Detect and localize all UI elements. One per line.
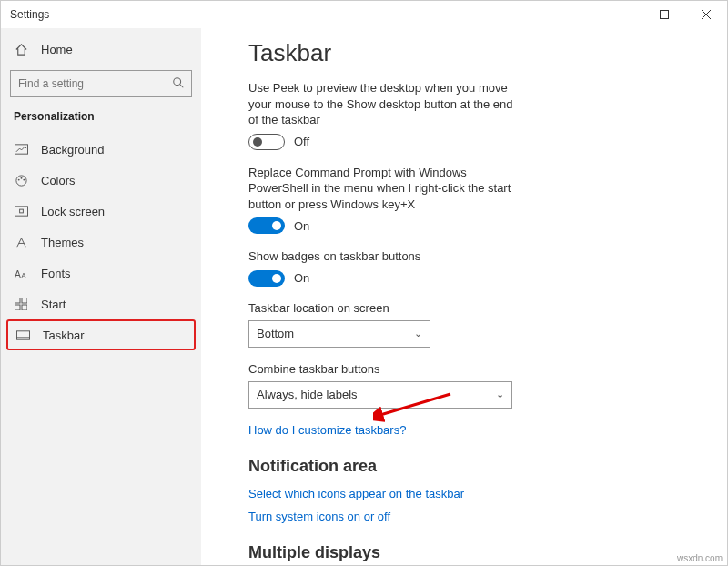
svg-rect-6 xyxy=(15,145,27,154)
sidebar-item-themes[interactable]: Themes xyxy=(1,227,201,258)
peek-description: Use Peek to preview the desktop when you… xyxy=(248,80,521,128)
chevron-down-icon: ⌄ xyxy=(496,389,504,400)
sidebar-item-colors[interactable]: Colors xyxy=(1,165,201,196)
combine-label: Combine taskbar buttons xyxy=(248,362,703,376)
maximize-button[interactable] xyxy=(643,1,685,28)
badges-state: On xyxy=(294,271,309,285)
badges-toggle[interactable] xyxy=(248,270,285,287)
sidebar-item-label: Fonts xyxy=(41,267,71,280)
svg-rect-15 xyxy=(15,298,20,303)
svg-rect-0 xyxy=(618,15,627,15)
svg-text:A: A xyxy=(21,271,25,279)
sidebar: Home Personalization Background Colors L… xyxy=(1,28,201,565)
svg-rect-17 xyxy=(15,305,20,310)
svg-rect-1 xyxy=(661,11,669,19)
svg-point-7 xyxy=(15,175,25,185)
powershell-description: Replace Command Prompt with Windows Powe… xyxy=(248,165,521,213)
taskbar-icon xyxy=(15,330,30,340)
combine-value: Always, hide labels xyxy=(257,388,358,401)
search-input[interactable] xyxy=(10,70,192,97)
location-label: Taskbar location on screen xyxy=(248,301,703,315)
location-value: Bottom xyxy=(257,327,294,340)
badges-description: Show badges on taskbar buttons xyxy=(248,248,521,265)
background-icon xyxy=(14,144,28,155)
svg-rect-11 xyxy=(15,207,27,216)
powershell-state: On xyxy=(294,219,309,233)
help-link[interactable]: How do I customize taskbars? xyxy=(248,423,703,437)
sidebar-item-label: Lock screen xyxy=(41,205,105,218)
svg-text:A: A xyxy=(15,269,21,279)
sidebar-item-label: Taskbar xyxy=(43,328,85,342)
peek-state: Off xyxy=(294,135,309,148)
svg-rect-16 xyxy=(22,298,27,303)
sidebar-item-label: Colors xyxy=(41,174,76,187)
home-label: Home xyxy=(41,43,73,56)
svg-point-10 xyxy=(23,178,25,180)
category-title: Personalization xyxy=(1,110,201,134)
sidebar-item-fonts[interactable]: AA Fonts xyxy=(1,258,201,288)
lockscreen-icon xyxy=(14,206,28,217)
titlebar: Settings xyxy=(1,1,727,28)
sidebar-item-label: Start xyxy=(41,298,66,311)
watermark: wsxdn.com xyxy=(677,553,723,563)
chevron-down-icon: ⌄ xyxy=(414,328,422,339)
svg-point-9 xyxy=(20,177,22,178)
fonts-icon: AA xyxy=(14,268,28,279)
minimize-button[interactable] xyxy=(602,1,643,28)
svg-rect-12 xyxy=(19,209,23,213)
sidebar-item-start[interactable]: Start xyxy=(1,288,201,319)
multiple-heading: Multiple displays xyxy=(248,543,703,562)
svg-rect-18 xyxy=(22,305,27,310)
home-nav[interactable]: Home xyxy=(1,34,201,65)
powershell-toggle[interactable] xyxy=(248,217,285,234)
svg-line-5 xyxy=(180,85,184,88)
sidebar-item-taskbar[interactable]: Taskbar xyxy=(6,319,196,350)
combine-select[interactable]: Always, hide labels ⌄ xyxy=(248,381,512,409)
close-button[interactable] xyxy=(685,1,727,28)
svg-point-4 xyxy=(174,78,181,86)
search-icon xyxy=(172,76,185,92)
window-title: Settings xyxy=(10,8,49,21)
sidebar-item-label: Themes xyxy=(41,236,84,249)
page-title: Taskbar xyxy=(248,39,703,67)
start-icon xyxy=(14,298,28,310)
location-select[interactable]: Bottom ⌄ xyxy=(248,320,430,348)
select-icons-link[interactable]: Select which icons appear on the taskbar xyxy=(248,487,703,500)
main-content: Taskbar Use Peek to preview the desktop … xyxy=(201,28,727,565)
sidebar-item-background[interactable]: Background xyxy=(1,134,201,165)
peek-toggle[interactable] xyxy=(248,134,285,150)
svg-point-8 xyxy=(17,178,19,180)
colors-icon xyxy=(14,174,28,187)
sidebar-item-lockscreen[interactable]: Lock screen xyxy=(1,196,201,227)
themes-icon xyxy=(14,236,28,249)
home-icon xyxy=(14,43,28,56)
svg-rect-19 xyxy=(16,330,29,339)
notification-heading: Notification area xyxy=(248,457,703,476)
sidebar-item-label: Background xyxy=(41,143,104,157)
system-icons-link[interactable]: Turn system icons on or off xyxy=(248,510,703,523)
